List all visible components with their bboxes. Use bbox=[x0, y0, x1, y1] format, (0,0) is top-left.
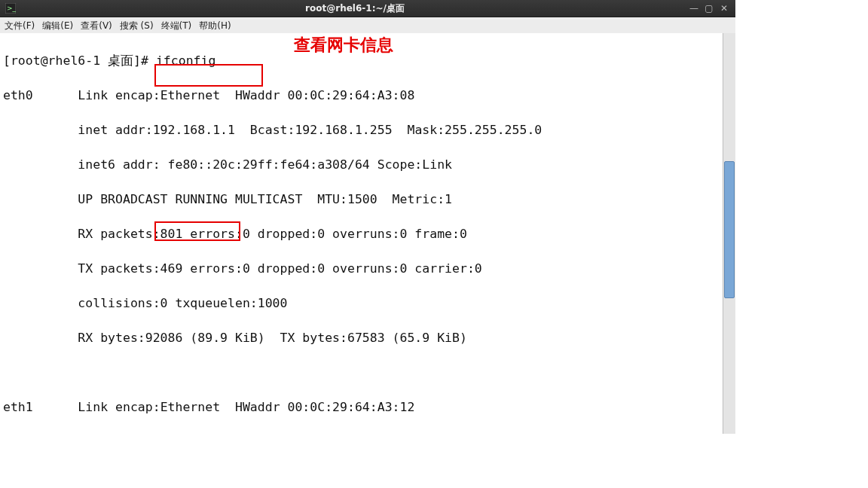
eth0-tx: TX packets:469 errors:0 dropped:0 overru… bbox=[3, 260, 720, 277]
eth0-bytes: RX bytes:92086 (89.9 KiB) TX bytes:67583… bbox=[3, 329, 720, 346]
menu-help[interactable]: 帮助(H) bbox=[199, 20, 231, 32]
eth0-flags: UP BROADCAST RUNNING MULTICAST MTU:1500 … bbox=[3, 191, 720, 208]
menu-search[interactable]: 搜索 (S) bbox=[120, 20, 154, 32]
menu-view[interactable]: 查看(V) bbox=[81, 20, 112, 32]
prompt: [root@rhel6-1 桌面]# bbox=[3, 53, 156, 68]
terminal-icon: >_ bbox=[5, 2, 17, 14]
terminal-output[interactable]: [root@rhel6-1 桌面]# ifconfig eth0 Link en… bbox=[0, 33, 723, 434]
iface-name-eth0: eth0 bbox=[3, 88, 33, 102]
eth0-coll: collisions:0 txqueuelen:1000 bbox=[3, 294, 720, 312]
maximize-button[interactable]: ▢ bbox=[704, 3, 714, 14]
eth0-link: Link encap:Ethernet HWaddr 00:0C:29:64:A… bbox=[78, 88, 414, 102]
window-title: root@rhel6-1:~/桌面 bbox=[21, 2, 689, 15]
eth0-inet6: inet6 addr: fe80::20c:29ff:fe64:a308/64 … bbox=[3, 156, 720, 173]
menu-edit[interactable]: 编辑(E) bbox=[42, 20, 73, 32]
close-button[interactable]: ✕ bbox=[719, 3, 729, 14]
scrollbar-track[interactable] bbox=[723, 33, 735, 434]
titlebar[interactable]: >_ root@rhel6-1:~/桌面 — ▢ ✕ bbox=[0, 0, 735, 17]
scrollbar-thumb[interactable] bbox=[724, 161, 735, 298]
menu-file[interactable]: 文件(F) bbox=[5, 20, 35, 32]
eth0-ip: 192.168.1.1 bbox=[153, 123, 235, 137]
minimize-button[interactable]: — bbox=[689, 3, 699, 14]
page-blank-area bbox=[0, 434, 868, 488]
eth0-inet-pre: inet addr: bbox=[3, 123, 153, 137]
menu-terminal[interactable]: 终端(T) bbox=[161, 20, 192, 32]
iface-name-eth1: eth1 bbox=[3, 400, 33, 414]
terminal-window: >_ root@rhel6-1:~/桌面 — ▢ ✕ 文件(F) 编辑(E) 查… bbox=[0, 0, 735, 434]
menubar: 文件(F) 编辑(E) 查看(V) 搜索 (S) 终端(T) 帮助(H) bbox=[0, 17, 735, 35]
eth0-inet-post: Bcast:192.168.1.255 Mask:255.255.255.0 bbox=[235, 123, 542, 137]
svg-text:>_: >_ bbox=[7, 5, 16, 12]
eth1-link: Link encap:Ethernet HWaddr 00:0C:29:64:A… bbox=[78, 400, 414, 414]
eth0-rx: RX packets:801 errors:0 dropped:0 overru… bbox=[3, 225, 720, 242]
command: ifconfig bbox=[156, 53, 215, 68]
